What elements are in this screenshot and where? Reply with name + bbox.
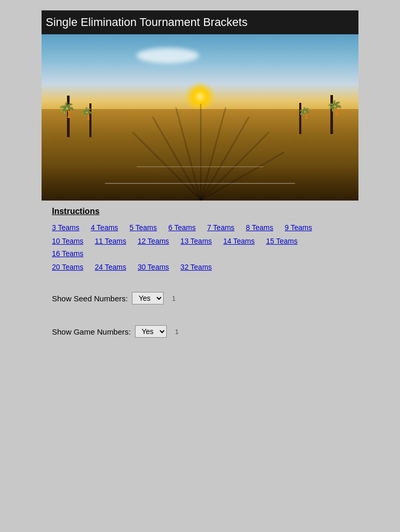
link-13-teams[interactable]: 13 Teams bbox=[180, 237, 211, 245]
links-row-3: 20 Teams 24 Teams 30 Teams 32 Teams bbox=[52, 263, 348, 271]
link-32-teams[interactable]: 32 Teams bbox=[180, 263, 211, 271]
link-12-teams[interactable]: 12 Teams bbox=[138, 237, 169, 245]
link-14-teams[interactable]: 14 Teams bbox=[223, 237, 255, 245]
court-line-2 bbox=[137, 166, 263, 167]
palm-top-2: 🌴 bbox=[79, 107, 94, 121]
seed-numbers-select[interactable]: Yes No bbox=[132, 292, 164, 304]
main-container: Single Elimination Tournament Brackets 🌴 bbox=[42, 10, 358, 338]
link-15-teams[interactable]: 15 Teams bbox=[266, 237, 297, 245]
link-20-teams[interactable]: 20 Teams bbox=[52, 263, 83, 271]
link-10-teams[interactable]: 10 Teams bbox=[52, 237, 83, 245]
links-row-2: 10 Teams 11 Teams 12 Teams 13 Teams 14 T… bbox=[52, 237, 348, 258]
links-section: Instructions 3 Teams 4 Teams 5 Teams 6 T… bbox=[42, 207, 358, 271]
controls-section: Show Seed Numbers: Yes No 1 Show Game Nu… bbox=[42, 292, 358, 338]
link-7-teams[interactable]: 7 Teams bbox=[207, 223, 235, 232]
palm-top-4: 🌴 bbox=[298, 107, 311, 119]
game-numbers-label: Show Game Numbers: bbox=[52, 327, 131, 336]
link-11-teams[interactable]: 11 Teams bbox=[95, 237, 126, 245]
link-8-teams[interactable]: 8 Teams bbox=[246, 223, 273, 232]
game-note: 1 bbox=[175, 328, 179, 336]
seed-numbers-row: Show Seed Numbers: Yes No 1 bbox=[52, 292, 348, 304]
game-numbers-select[interactable]: Yes No bbox=[135, 325, 167, 338]
link-24-teams[interactable]: 24 Teams bbox=[95, 263, 126, 271]
link-16-teams[interactable]: 16 Teams bbox=[52, 249, 83, 258]
link-30-teams[interactable]: 30 Teams bbox=[138, 263, 169, 271]
clouds bbox=[137, 48, 199, 63]
game-numbers-row: Show Game Numbers: Yes No 1 bbox=[52, 325, 348, 338]
hero-image: 🌴 🌴 🌴 🌴 bbox=[42, 34, 358, 201]
palm-top-1: 🌴 bbox=[58, 103, 76, 117]
seed-note: 1 bbox=[172, 295, 176, 302]
court-line-1 bbox=[105, 183, 295, 184]
page-title: Single Elimination Tournament Brackets bbox=[46, 16, 247, 29]
palm-top-3: 🌴 bbox=[326, 100, 343, 116]
links-row-1: 3 Teams 4 Teams 5 Teams 6 Teams 7 Teams … bbox=[52, 223, 348, 232]
link-9-teams[interactable]: 9 Teams bbox=[285, 223, 312, 232]
link-3-teams[interactable]: 3 Teams bbox=[52, 223, 79, 232]
seed-numbers-label: Show Seed Numbers: bbox=[52, 294, 128, 303]
link-6-teams[interactable]: 6 Teams bbox=[168, 223, 196, 232]
shadow-ray-4 bbox=[200, 104, 202, 201]
title-bar: Single Elimination Tournament Brackets bbox=[42, 10, 358, 34]
instructions-label: Instructions bbox=[52, 207, 348, 216]
page-wrapper: Single Elimination Tournament Brackets 🌴 bbox=[0, 10, 400, 358]
link-4-teams[interactable]: 4 Teams bbox=[91, 223, 118, 232]
link-5-teams[interactable]: 5 Teams bbox=[129, 223, 157, 232]
